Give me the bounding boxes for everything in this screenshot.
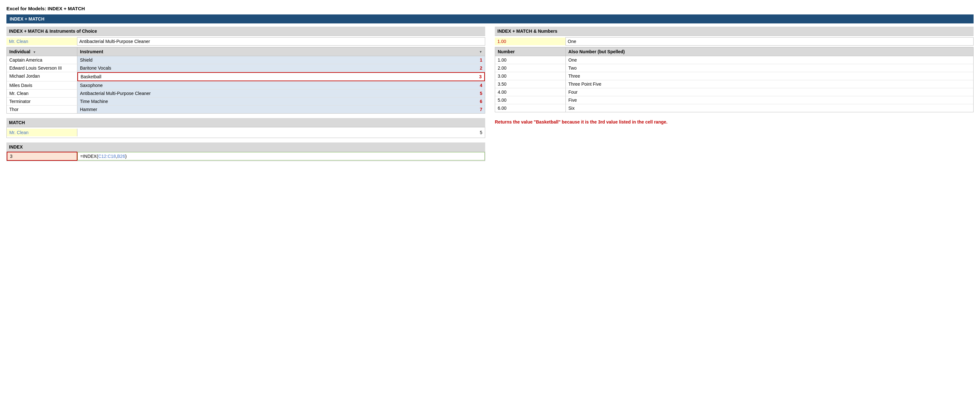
numbers-table-header: Number Also Number (but Spelled)	[495, 48, 973, 56]
table-row: 5.00 Five	[495, 96, 973, 104]
number-lookup-label: 1.00	[495, 38, 565, 45]
table-row: Captain America Shield 1	[7, 56, 485, 64]
cell-number: 2.00	[495, 64, 566, 72]
left-section-header: INDEX + MATCH & Instruments of Choice	[6, 27, 485, 36]
note-text: Returns the value "Basketball" because i…	[495, 119, 974, 125]
instrument-column-header: Instrument ▼	[77, 48, 485, 56]
instruments-lookup-input[interactable]	[77, 37, 485, 46]
cell-individual: Thor	[7, 106, 77, 113]
table-row: Miles Davis Saxophone 4	[7, 81, 485, 89]
left-panel: INDEX + MATCH & Instruments of Choice Mr…	[6, 27, 485, 161]
cell-individual: Terminator	[7, 98, 77, 105]
table-row: 1.00 One	[495, 56, 973, 64]
cell-number: 6.00	[495, 104, 566, 112]
cell-number: 3.00	[495, 72, 566, 80]
individual-column-header: Individual ▼	[7, 48, 77, 56]
row-number: 2	[480, 65, 482, 71]
cell-instrument: Shield 1	[77, 56, 485, 64]
spelled-column-header: Also Number (but Spelled)	[566, 48, 973, 56]
individual-filter-icon[interactable]: ▼	[33, 50, 36, 54]
match-lookup-row: Mr. Clean 5	[6, 127, 485, 138]
right-panel: INDEX + MATCH & Numbers 1.00 Number Also…	[495, 27, 974, 125]
cell-spelled: Three Point Five	[566, 80, 973, 88]
instrument-filter-icon[interactable]: ▼	[479, 50, 482, 54]
number-lookup-input[interactable]	[565, 37, 974, 46]
cell-individual: Captain America	[7, 56, 77, 64]
cell-number: 1.00	[495, 56, 566, 64]
right-section-header: INDEX + MATCH & Numbers	[495, 27, 974, 36]
match-section: MATCH Mr. Clean 5	[6, 118, 485, 138]
row-number: 7	[480, 107, 482, 112]
cell-instrument: Antibacterial Multi-Purpose Cleaner 5	[77, 89, 485, 97]
index-section: INDEX 3 =INDEX(C12:C18,B26)	[6, 143, 485, 161]
table-row: 6.00 Six	[495, 104, 973, 112]
row-number: 5	[480, 91, 482, 96]
cell-spelled: One	[566, 56, 973, 64]
cell-spelled: Five	[566, 96, 973, 104]
index-row: 3 =INDEX(C12:C18,B26)	[6, 152, 485, 161]
table-row: Mr. Clean Antibacterial Multi-Purpose Cl…	[7, 89, 485, 98]
table-row: Terminator Time Machine 6	[7, 98, 485, 106]
cell-instrument: Time Machine 6	[77, 98, 485, 105]
instruments-table: Individual ▼ Instrument ▼ Captain Americ…	[6, 47, 485, 114]
cell-instrument: Baritone Vocals 2	[77, 64, 485, 72]
cell-instrument: Hammer 7	[77, 106, 485, 113]
table-row: Thor Hammer 7	[7, 106, 485, 113]
cell-number: 4.00	[495, 88, 566, 96]
number-column-header: Number	[495, 48, 566, 56]
instruments-lookup-row: Mr. Clean	[6, 36, 485, 47]
instruments-table-header: Individual ▼ Instrument ▼	[7, 48, 485, 56]
table-row: 2.00 Two	[495, 64, 973, 72]
cell-number: 3.50	[495, 80, 566, 88]
cell-spelled: Four	[566, 88, 973, 96]
table-row: 3.50 Three Point Five	[495, 80, 973, 88]
cell-spelled: Six	[566, 104, 973, 112]
number-lookup-row: 1.00	[495, 36, 974, 47]
row-number: 3	[479, 74, 482, 79]
match-header: MATCH	[6, 118, 485, 127]
table-row: Edward Louis Severson III Baritone Vocal…	[7, 64, 485, 72]
match-value: 5	[77, 129, 485, 136]
cell-number: 5.00	[495, 96, 566, 104]
instruments-lookup-label: Mr. Clean	[6, 38, 77, 45]
cell-individual: Miles Davis	[7, 81, 77, 89]
row-number: 6	[480, 99, 482, 104]
page-title: Excel for Models: INDEX + MATCH	[6, 6, 974, 11]
cell-instrument-highlighted: Basketball 3	[77, 72, 485, 81]
cell-individual: Edward Louis Severson III	[7, 64, 77, 72]
cell-spelled: Three	[566, 72, 973, 80]
row-number: 1	[480, 57, 482, 63]
cell-spelled: Two	[566, 64, 973, 72]
row-number: 4	[480, 83, 482, 88]
numbers-table: Number Also Number (but Spelled) 1.00 On…	[495, 47, 974, 112]
cell-individual: Michael Jordan	[7, 72, 77, 81]
match-label: Mr. Clean	[7, 129, 77, 136]
table-row: 4.00 Four	[495, 88, 973, 96]
table-row: 3.00 Three	[495, 72, 973, 80]
cell-instrument: Saxophone 4	[77, 81, 485, 89]
table-row: Michael Jordan Basketball 3	[7, 72, 485, 81]
index-header: INDEX	[6, 143, 485, 152]
index-formula: =INDEX(C12:C18,B26)	[77, 152, 485, 160]
top-header: INDEX + MATCH	[6, 14, 974, 24]
cell-individual: Mr. Clean	[7, 89, 77, 97]
index-value: 3	[7, 152, 77, 161]
